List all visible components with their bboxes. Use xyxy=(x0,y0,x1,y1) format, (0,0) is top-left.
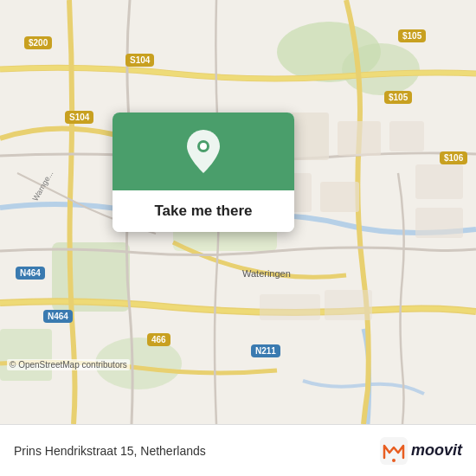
svg-point-19 xyxy=(200,143,207,150)
route-badge-s105b: $105 xyxy=(384,91,412,104)
location-pin-icon xyxy=(184,128,222,175)
take-me-there-button[interactable]: Take me there xyxy=(113,190,294,232)
svg-rect-8 xyxy=(338,121,381,156)
moovit-icon xyxy=(380,437,408,465)
svg-rect-4 xyxy=(0,329,52,381)
take-me-there-label: Take me there xyxy=(154,203,252,220)
copyright-text: © OpenStreetMap contributors xyxy=(7,359,130,370)
svg-text:Wateringen: Wateringen xyxy=(242,268,291,279)
svg-rect-12 xyxy=(415,164,463,199)
svg-rect-14 xyxy=(260,294,320,320)
svg-rect-15 xyxy=(325,290,372,320)
address-text: Prins Hendrikstraat 15, Netherlands xyxy=(14,444,206,458)
route-badge-s104a: S104 xyxy=(125,54,154,67)
svg-rect-10 xyxy=(320,182,359,212)
route-badge-n464a: N464 xyxy=(16,267,45,280)
svg-rect-13 xyxy=(415,208,463,238)
route-badge-s105a: $105 xyxy=(398,29,426,42)
route-badge-s104b: S104 xyxy=(65,111,93,124)
route-badge-n466: 466 xyxy=(147,333,170,346)
moovit-label: moovit xyxy=(411,441,462,460)
route-badge-n211: N211 xyxy=(251,344,280,357)
moovit-logo: moovit xyxy=(380,437,462,465)
svg-point-21 xyxy=(392,459,396,462)
popup-header xyxy=(113,113,294,190)
location-popup: Take me there xyxy=(113,113,294,232)
svg-rect-11 xyxy=(389,121,424,151)
route-badge-s106: $106 xyxy=(440,151,467,164)
info-bar: Prins Hendrikstraat 15, Netherlands moov… xyxy=(0,424,476,476)
map-container: Wateringen Warnge... $200 S104 $105 S104… xyxy=(0,0,476,424)
route-badge-s200: $200 xyxy=(24,36,52,49)
route-badge-n464b: N464 xyxy=(43,310,73,323)
